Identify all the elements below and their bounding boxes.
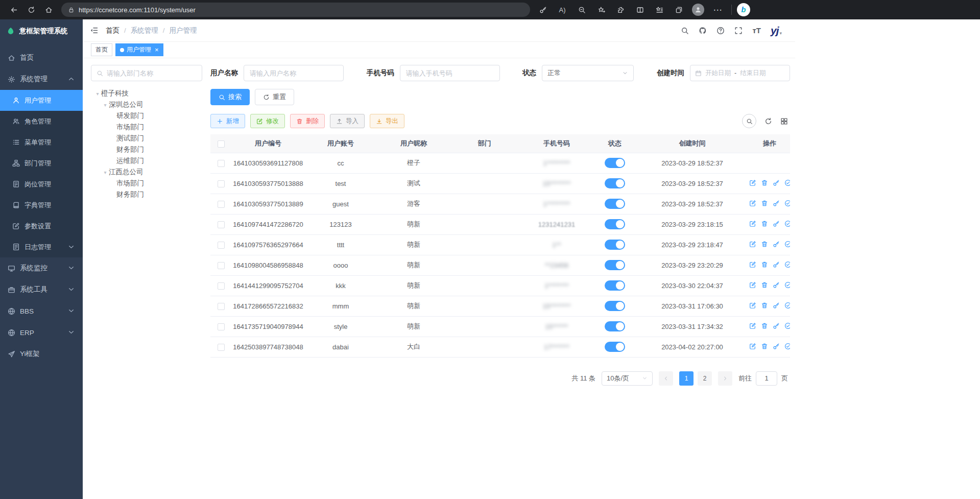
status-toggle[interactable]	[605, 178, 625, 188]
prev-page-button[interactable]	[659, 371, 673, 386]
edit-button[interactable]	[749, 281, 756, 289]
assign-role-button[interactable]	[784, 343, 790, 350]
header-search-button[interactable]	[681, 27, 689, 35]
sidebar-item-system-management[interactable]: 系统管理	[0, 68, 83, 90]
split-screen-button[interactable]	[631, 2, 649, 17]
copilot-button[interactable]: b	[737, 3, 750, 16]
delete-button[interactable]	[761, 200, 768, 207]
reset-button[interactable]: 重置	[255, 89, 294, 105]
reset-password-button[interactable]	[773, 241, 780, 248]
delete-button[interactable]	[761, 220, 768, 227]
tab-home[interactable]: 首页	[91, 43, 112, 56]
edit-button[interactable]	[749, 241, 756, 248]
tree-node[interactable]: 研发部门	[91, 110, 202, 122]
favorite-add-button[interactable]	[592, 2, 610, 17]
reset-password-button[interactable]	[773, 281, 780, 289]
row-checkbox[interactable]	[218, 160, 225, 167]
address-bar[interactable]: https://ccnetcore.com:1101/system/user	[61, 3, 530, 17]
edit-button[interactable]	[749, 343, 756, 350]
sidebar-item-home[interactable]: 首页	[0, 47, 83, 68]
row-checkbox[interactable]	[218, 303, 225, 310]
column-header[interactable]: 状态	[594, 134, 635, 153]
tree-node[interactable]: 市场部门	[91, 178, 202, 189]
show-search-toggle-button[interactable]	[742, 114, 756, 128]
status-toggle[interactable]	[605, 158, 625, 168]
phone-input[interactable]	[400, 65, 500, 81]
delete-button[interactable]	[761, 281, 768, 289]
sidebar-item-user-management[interactable]: 用户管理	[0, 90, 83, 111]
more-options-button[interactable]: ⋯	[709, 2, 726, 17]
row-checkbox[interactable]	[218, 180, 225, 187]
assign-role-button[interactable]	[784, 220, 790, 227]
column-header[interactable]: 用户昵称	[377, 134, 450, 153]
collections-button[interactable]	[670, 2, 687, 17]
breadcrumb-home[interactable]: 首页	[106, 26, 119, 35]
assign-role-button[interactable]	[784, 241, 790, 248]
edit-button[interactable]	[749, 302, 756, 309]
read-aloud-button[interactable]: A)	[554, 2, 571, 17]
tree-node[interactable]: ▾深圳总公司	[91, 99, 202, 110]
row-checkbox[interactable]	[218, 262, 225, 269]
reset-password-button[interactable]	[773, 322, 780, 329]
dept-search-input[interactable]	[107, 69, 197, 77]
column-header[interactable]: 部门	[450, 134, 519, 153]
assign-role-button[interactable]	[784, 179, 790, 186]
help-button[interactable]	[716, 27, 725, 35]
refresh-table-button[interactable]	[764, 117, 772, 125]
tree-node[interactable]: ▾橙子科技	[91, 88, 202, 99]
zoom-button[interactable]	[573, 2, 590, 17]
extensions-button[interactable]	[612, 2, 629, 17]
tree-node[interactable]: 市场部门	[91, 122, 202, 133]
github-button[interactable]	[699, 27, 707, 35]
sidebar-item-log-management[interactable]: 日志管理	[0, 236, 83, 257]
add-button[interactable]: 新增	[210, 114, 245, 128]
assign-role-button[interactable]	[784, 200, 790, 207]
sidebar-item-role-management[interactable]: 角色管理	[0, 111, 83, 132]
import-button[interactable]: 导入	[330, 114, 365, 128]
column-header[interactable]: 手机号码	[519, 134, 594, 153]
assign-role-button[interactable]	[784, 281, 790, 289]
browser-home-button[interactable]	[40, 2, 57, 17]
edit-button[interactable]	[749, 322, 756, 329]
row-checkbox[interactable]	[218, 242, 225, 249]
sidebar-item-menu-management[interactable]: 菜单管理	[0, 132, 83, 153]
search-button[interactable]: 搜索	[210, 89, 250, 105]
tab-user-management[interactable]: 用户管理×	[115, 43, 163, 56]
goto-page-input[interactable]	[756, 371, 777, 386]
user-avatar[interactable]: yj ▾	[771, 25, 782, 36]
breadcrumb-system[interactable]: 系统管理	[131, 26, 158, 35]
tree-node[interactable]: 测试部门	[91, 133, 202, 144]
reset-password-button[interactable]	[773, 200, 780, 207]
status-toggle[interactable]	[605, 240, 625, 250]
next-page-button[interactable]	[718, 371, 732, 386]
refresh-button[interactable]	[22, 2, 40, 17]
status-toggle[interactable]	[605, 321, 625, 331]
delete-button[interactable]: 删除	[290, 114, 325, 128]
row-checkbox[interactable]	[218, 344, 225, 351]
favorites-bar-button[interactable]	[651, 2, 668, 17]
status-toggle[interactable]	[605, 260, 625, 270]
page-button-2[interactable]: 2	[698, 371, 712, 386]
page-size-select[interactable]: 10条/页	[602, 371, 653, 386]
row-checkbox[interactable]	[218, 201, 225, 208]
assign-role-button[interactable]	[784, 322, 790, 329]
delete-button[interactable]	[761, 179, 768, 186]
fullscreen-button[interactable]	[734, 27, 743, 35]
font-size-button[interactable]: тT	[752, 26, 761, 35]
select-all-checkbox[interactable]	[218, 140, 225, 148]
columns-grid-button[interactable]	[780, 117, 788, 125]
page-button-1[interactable]: 1	[679, 371, 694, 386]
sidebar-item-post-management[interactable]: 岗位管理	[0, 174, 83, 195]
delete-button[interactable]	[761, 302, 768, 309]
status-toggle[interactable]	[605, 342, 625, 352]
export-button[interactable]: 导出	[370, 114, 404, 128]
username-input[interactable]	[244, 65, 344, 81]
edit-button[interactable]	[749, 220, 756, 227]
reset-password-button[interactable]	[773, 343, 780, 350]
reset-password-button[interactable]	[773, 302, 780, 309]
sidebar-item-yi-framework[interactable]: Yi框架	[0, 343, 83, 365]
password-key-button[interactable]	[534, 2, 552, 17]
reset-password-button[interactable]	[773, 179, 780, 186]
sidebar-toggle-button[interactable]	[90, 26, 99, 35]
sidebar-item-system-monitor[interactable]: 系统监控	[0, 257, 83, 279]
